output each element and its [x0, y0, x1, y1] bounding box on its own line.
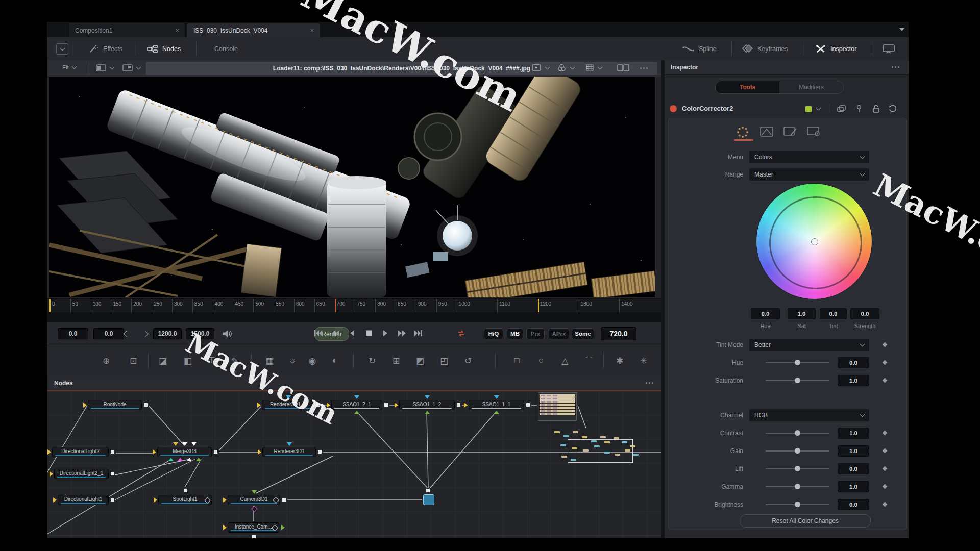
minimized-node-stack[interactable] [538, 392, 577, 421]
top-port[interactable] [286, 395, 291, 399]
input-port[interactable] [258, 449, 261, 455]
saturation-slider-knob[interactable] [795, 378, 800, 383]
tool-color-chevron[interactable] [816, 106, 821, 111]
text-icon[interactable]: T [204, 354, 219, 368]
bottom-port[interactable] [196, 458, 201, 461]
global-end-field[interactable]: 1500.0 [186, 328, 214, 339]
hue-value-field[interactable]: 0.0 [838, 357, 869, 368]
hue-slider-knob[interactable] [795, 360, 800, 365]
lock-button[interactable] [872, 105, 880, 113]
polygon-mask-icon[interactable]: △ [557, 354, 573, 368]
tool-enable-dot[interactable] [670, 105, 677, 112]
fast-reverse-button[interactable] [331, 330, 340, 337]
bottom-port[interactable] [168, 458, 174, 461]
skip-start-button[interactable] [314, 330, 323, 337]
color-wheel-marker[interactable] [811, 238, 818, 245]
transform-icon[interactable]: ↻ [364, 354, 380, 368]
wheel-value-tint[interactable]: 0.0 [820, 308, 847, 319]
mini-node-input[interactable] [426, 488, 430, 493]
channel-booleans-icon[interactable]: ▦ [262, 354, 277, 368]
fast-forward-button[interactable] [398, 330, 407, 337]
top-port[interactable] [354, 395, 359, 399]
node-graph-canvas[interactable]: RootNodeRenderer3D1_3SSAO1_2_1SSAO1_1_2S… [47, 391, 662, 538]
quality-hiq-toggle[interactable]: HiQ [484, 328, 503, 339]
output-port[interactable] [143, 403, 148, 407]
rectangle-mask-icon[interactable]: □ [509, 354, 525, 368]
input-port[interactable] [257, 403, 261, 408]
input-port[interactable] [327, 403, 330, 408]
contrast-value-field[interactable]: 1.0 [838, 428, 869, 439]
mask-paint-icon[interactable]: ◩ [412, 354, 428, 368]
view-layout-dropdown[interactable] [96, 64, 114, 71]
input-port[interactable] [223, 497, 227, 503]
view-mode-dropdown[interactable] [122, 64, 140, 71]
node-renderer3d1[interactable]: Renderer3D1 [262, 447, 316, 457]
subtab-levels[interactable] [760, 127, 773, 137]
tab-tools[interactable]: Tools [716, 81, 779, 93]
render-start-field[interactable]: 0.0 [93, 328, 124, 339]
composition-tab-1[interactable]: Composition1× [68, 23, 186, 37]
lut-dropdown[interactable] [586, 64, 602, 71]
color-curves-icon[interactable]: ◉ [305, 354, 320, 368]
input-port[interactable] [53, 497, 57, 503]
reset-all-button[interactable]: Reset All Color Changes [740, 514, 871, 528]
versions-button[interactable] [837, 105, 846, 112]
media-in-icon[interactable]: ⊕ [99, 354, 114, 368]
top-port[interactable] [425, 395, 430, 399]
bottom-port[interactable] [187, 458, 192, 461]
audio-button[interactable] [222, 329, 232, 338]
lift-value-field[interactable]: 0.0 [838, 463, 869, 474]
menu-select[interactable]: Colors [749, 151, 869, 163]
tint-mode-select[interactable]: Better [749, 339, 869, 351]
input-port[interactable] [47, 449, 51, 455]
brightness-slider-knob[interactable] [795, 502, 800, 507]
mini-node-chip[interactable] [561, 456, 567, 458]
blur-icon[interactable]: ◐ [327, 354, 342, 368]
channel-dropdown[interactable] [557, 64, 574, 71]
contrast-slider-knob[interactable] [795, 430, 800, 436]
top-port[interactable] [494, 395, 499, 399]
inspector-options-menu[interactable] [892, 66, 899, 68]
wheel-value-sat[interactable]: 1.0 [788, 308, 816, 319]
quality-prx-toggle[interactable]: Prx [526, 328, 545, 339]
input-port[interactable] [83, 403, 87, 408]
timeline-scroll-strip[interactable] [47, 312, 662, 322]
render-start-marker[interactable] [49, 299, 51, 313]
output-port[interactable] [316, 403, 321, 407]
current-frame-field[interactable]: 720.0 [601, 327, 636, 340]
mini-node-chip[interactable] [560, 444, 566, 446]
spline-button[interactable]: Spline [682, 37, 717, 60]
nodes-button[interactable]: Nodes [147, 37, 181, 60]
inspector-button[interactable]: Inspector [815, 37, 856, 60]
bottom-port[interactable] [178, 458, 183, 461]
tab-overflow-caret[interactable] [899, 28, 904, 31]
bottom-port[interactable] [425, 411, 430, 414]
aux-port[interactable] [281, 525, 285, 530]
top-port[interactable] [173, 442, 178, 446]
play-reverse-button[interactable] [349, 330, 358, 337]
output-port[interactable] [110, 497, 115, 502]
gamma-value-field[interactable]: 1.0 [838, 481, 869, 492]
stop-button[interactable] [365, 330, 374, 337]
input-port[interactable] [395, 403, 398, 408]
reset-tool-button[interactable] [889, 105, 897, 113]
subtab-adjust[interactable] [783, 127, 798, 137]
render-end-field[interactable]: 1200.0 [153, 328, 182, 339]
step-forward-button[interactable] [142, 331, 149, 337]
global-start-field[interactable]: 0.0 [58, 328, 88, 339]
bspline-mask-icon[interactable]: ⌒ [581, 354, 597, 368]
mini-node-chip[interactable] [633, 454, 639, 456]
mini-node-chip[interactable] [600, 436, 606, 438]
output-port[interactable] [384, 403, 388, 407]
bottom-port[interactable] [252, 534, 256, 538]
nodes-options-menu[interactable] [646, 382, 653, 384]
bottom-port[interactable] [494, 411, 499, 414]
node-directionallight21[interactable]: DirectionalLight2_1 [54, 469, 109, 479]
pipeline-icon[interactable]: ⊡ [126, 354, 141, 368]
output-port[interactable] [213, 449, 218, 454]
output-port[interactable] [110, 449, 115, 454]
saturation-value-field[interactable]: 1.0 [838, 375, 869, 386]
quality-aprx-toggle[interactable]: APrx [549, 328, 569, 339]
output-port[interactable] [282, 497, 286, 502]
input-port[interactable] [153, 449, 156, 455]
